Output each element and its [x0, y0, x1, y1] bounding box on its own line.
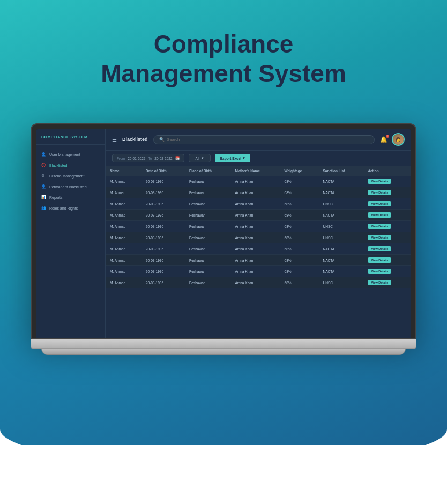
cell-dob: 20-09-1996	[141, 255, 185, 266]
view-details-button[interactable]: View Details	[368, 246, 391, 251]
cell-action: View Details	[363, 210, 411, 221]
cell-action: View Details	[363, 277, 411, 288]
view-details-button[interactable]: View Details	[368, 190, 391, 195]
laptop-bottom	[41, 349, 406, 355]
sidebar-item-permanent-blacklisted[interactable]: 👤 Permanent Blacklisted	[36, 181, 105, 192]
search-bar[interactable]: 🔍	[153, 135, 375, 144]
cell-dob: 20-09-1996	[141, 277, 185, 288]
col-name: Name	[106, 166, 141, 176]
cell-weightage: 68%	[280, 187, 319, 198]
search-icon: 🔍	[159, 137, 165, 142]
chevron-down-icon: ▾	[202, 156, 204, 160]
cell-name: M. Ahmad	[106, 198, 141, 210]
cell-dob: 20-09-1996	[141, 221, 185, 232]
cell-sanction: NACTA	[319, 243, 364, 255]
cell-dob: 20-09-1996	[141, 198, 185, 210]
view-details-button[interactable]: View Details	[368, 235, 391, 240]
table-header-row: Name Date of Birth Place of Birth Mother…	[106, 166, 411, 176]
view-details-button[interactable]: View Details	[368, 257, 391, 263]
cell-mother: Amna Khan	[231, 277, 280, 288]
view-details-button[interactable]: View Details	[368, 224, 391, 229]
avatar[interactable]: 👩	[392, 133, 405, 146]
main-content: ☰ Blacklisted 🔍 🔔 1 👩	[106, 129, 411, 338]
header-page-title: Blacklisted	[122, 137, 148, 142]
filter-bar: From 20-01-2022 To 20-02-2022 📅 All ▾ Ex…	[106, 151, 411, 166]
sidebar-item-roles-rights[interactable]: 👥 Roles and Rights	[36, 203, 105, 213]
view-details-button[interactable]: View Details	[368, 280, 391, 285]
cell-mother: Amna Khan	[231, 266, 280, 277]
view-details-button[interactable]: View Details	[368, 269, 391, 274]
table-row: M. Ahmad 20-09-1996 Peshawar Amna Khan 6…	[106, 221, 411, 232]
app-header: ☰ Blacklisted 🔍 🔔 1 👩	[106, 129, 411, 151]
sidebar-logo: COMPLIANCE SYSTEM	[36, 135, 105, 145]
col-weightage: Weightage	[280, 166, 319, 176]
permanent-icon: 👤	[41, 184, 47, 189]
laptop-base	[31, 339, 416, 349]
table-header: Name Date of Birth Place of Birth Mother…	[106, 166, 411, 176]
cell-action: View Details	[363, 198, 411, 210]
notification-button[interactable]: 🔔 1	[380, 136, 388, 143]
cell-dob: 20-09-1996	[141, 243, 185, 255]
cell-action: View Details	[363, 232, 411, 243]
user-icon: 👤	[41, 152, 47, 157]
page-title: Compliance Management System	[0, 29, 447, 88]
table-row: M. Ahmad 20-09-1996 Peshawar Amna Khan 6…	[106, 187, 411, 198]
date-range-picker[interactable]: From 20-01-2022 To 20-02-2022 📅	[112, 154, 184, 162]
cell-name: M. Ahmad	[106, 277, 141, 288]
cell-action: View Details	[363, 187, 411, 198]
table-row: M. Ahmad 20-09-1996 Peshawar Amna Khan 6…	[106, 277, 411, 288]
cell-pob: Peshawar	[185, 243, 230, 255]
table-row: M. Ahmad 20-09-1996 Peshawar Amna Khan 6…	[106, 198, 411, 210]
cell-sanction: UNSC	[319, 221, 364, 232]
view-details-button[interactable]: View Details	[368, 179, 391, 184]
cell-dob: 20-09-1996	[141, 187, 185, 198]
cell-pob: Peshawar	[185, 210, 230, 221]
cell-pob: Peshawar	[185, 176, 230, 187]
hamburger-icon[interactable]: ☰	[112, 137, 117, 143]
cell-sanction: NACTA	[319, 255, 364, 266]
cell-dob: 20-09-1996	[141, 176, 185, 187]
cell-dob: 20-09-1996	[141, 266, 185, 277]
all-filter-select[interactable]: All ▾	[189, 154, 211, 162]
to-date: 20-02-2022	[154, 157, 172, 160]
col-pob: Place of Birth	[185, 166, 230, 176]
col-dob: Date of Birth	[141, 166, 185, 176]
cell-mother: Amna Khan	[231, 187, 280, 198]
cell-sanction: UNSC	[319, 277, 364, 288]
sidebar-item-reports[interactable]: 📊 Reports	[36, 192, 105, 203]
sidebar-item-criteria-management[interactable]: ⚙ Criteria Management	[36, 171, 105, 181]
reports-icon: 📊	[41, 195, 47, 199]
cell-name: M. Ahmad	[106, 187, 141, 198]
cell-pob: Peshawar	[185, 232, 230, 243]
cell-name: M. Ahmad	[106, 221, 141, 232]
cell-pob: Peshawar	[185, 198, 230, 210]
cell-weightage: 68%	[280, 198, 319, 210]
title-section: Compliance Management System	[0, 29, 447, 88]
cell-mother: Amna Khan	[231, 255, 280, 266]
cell-name: M. Ahmad	[106, 255, 141, 266]
view-details-button[interactable]: View Details	[368, 212, 391, 218]
col-sanction: Sanction List	[319, 166, 364, 176]
cell-weightage: 68%	[280, 266, 319, 277]
laptop-screen-outer: COMPLIANCE SYSTEM 👤 User Management 🚫 Bl…	[31, 123, 416, 339]
cell-action: View Details	[363, 176, 411, 187]
cell-pob: Peshawar	[185, 277, 230, 288]
table-row: M. Ahmad 20-09-1996 Peshawar Amna Khan 6…	[106, 255, 411, 266]
cell-pob: Peshawar	[185, 187, 230, 198]
cell-weightage: 68%	[280, 232, 319, 243]
cell-action: View Details	[363, 266, 411, 277]
cell-mother: Amna Khan	[231, 243, 280, 255]
export-excel-button[interactable]: Export Excel ▾	[215, 154, 250, 162]
cell-name: M. Ahmad	[106, 243, 141, 255]
sidebar-item-blacklisted[interactable]: 🚫 Blacklisted	[36, 160, 105, 171]
header-actions: 🔔 1 👩	[380, 133, 405, 146]
cell-weightage: 68%	[280, 221, 319, 232]
view-details-button[interactable]: View Details	[368, 201, 391, 206]
cell-weightage: 68%	[280, 176, 319, 187]
cell-weightage: 68%	[280, 277, 319, 288]
cell-mother: Amna Khan	[231, 176, 280, 187]
from-date: 20-01-2022	[128, 157, 145, 160]
sidebar-item-user-management[interactable]: 👤 User Management	[36, 149, 105, 160]
notification-badge: 1	[386, 135, 389, 138]
search-input[interactable]	[167, 137, 369, 142]
